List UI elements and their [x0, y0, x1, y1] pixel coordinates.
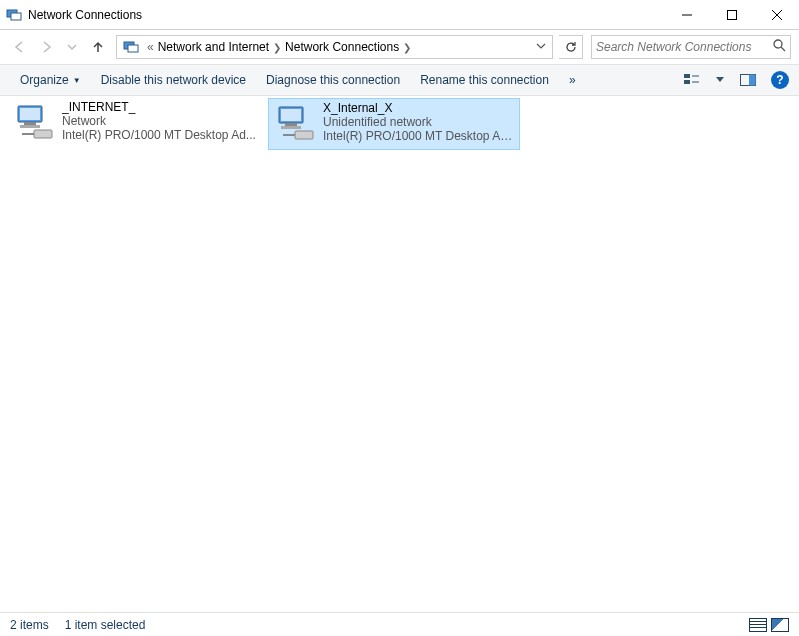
window-icon: [6, 7, 22, 23]
search-box[interactable]: [591, 35, 791, 59]
window-title: Network Connections: [28, 8, 664, 22]
svg-rect-10: [684, 74, 690, 78]
svg-rect-17: [20, 108, 40, 120]
disable-device-button[interactable]: Disable this network device: [91, 69, 256, 91]
view-controls: ?: [681, 69, 789, 91]
address-bar[interactable]: « Network and Internet ❯ Network Connect…: [116, 35, 553, 59]
minimize-button[interactable]: [664, 0, 709, 30]
connection-status: Unidentified network: [323, 115, 515, 129]
item-count: 2 items: [10, 618, 49, 632]
diagnose-connection-button[interactable]: Diagnose this connection: [256, 69, 410, 91]
selection-count: 1 item selected: [65, 618, 146, 632]
rename-connection-button[interactable]: Rename this connection: [410, 69, 559, 91]
large-icons-view-button[interactable]: [771, 618, 789, 632]
chevron-down-icon: ▼: [73, 76, 81, 85]
network-adapter-icon: [273, 101, 319, 147]
connection-name: X_Internal_X: [323, 101, 515, 115]
svg-rect-15: [749, 75, 756, 86]
navigation-bar: « Network and Internet ❯ Network Connect…: [0, 30, 799, 64]
breadcrumb-prefix: «: [147, 40, 154, 54]
connection-name: _INTERNET_: [62, 100, 256, 114]
svg-rect-20: [34, 130, 52, 138]
view-options-button[interactable]: [681, 69, 703, 91]
breadcrumb-item[interactable]: Network and Internet: [158, 40, 269, 54]
titlebar: Network Connections: [0, 0, 799, 30]
svg-rect-19: [20, 125, 40, 128]
refresh-button[interactable]: [559, 35, 583, 59]
svg-rect-18: [24, 122, 36, 125]
search-icon[interactable]: [773, 39, 786, 55]
command-bar: Organize ▼ Disable this network device D…: [0, 64, 799, 96]
recent-locations-button[interactable]: [60, 35, 84, 59]
svg-rect-24: [285, 123, 297, 126]
maximize-button[interactable]: [709, 0, 754, 30]
svg-rect-7: [128, 45, 138, 52]
location-icon: [123, 39, 139, 55]
details-view-button[interactable]: [749, 618, 767, 632]
svg-rect-25: [281, 126, 301, 129]
connection-text: X_Internal_X Unidentified network Intel(…: [323, 101, 515, 143]
window-controls: [664, 0, 799, 29]
svg-rect-1: [11, 13, 21, 20]
svg-rect-23: [281, 109, 301, 121]
breadcrumb-item[interactable]: Network Connections: [285, 40, 399, 54]
connection-adapter: Intel(R) PRO/1000 MT Desktop Ad...: [62, 128, 256, 142]
svg-point-8: [774, 40, 782, 48]
close-button[interactable]: [754, 0, 799, 30]
connection-text: _INTERNET_ Network Intel(R) PRO/1000 MT …: [62, 100, 256, 142]
status-bar: 2 items 1 item selected: [0, 612, 799, 636]
chevron-right-icon[interactable]: ❯: [273, 42, 281, 53]
connection-adapter: Intel(R) PRO/1000 MT Desktop Ad...: [323, 129, 515, 143]
breadcrumb: « Network and Internet ❯ Network Connect…: [143, 40, 532, 54]
forward-button[interactable]: [34, 35, 58, 59]
organize-label: Organize: [20, 73, 69, 87]
network-adapter-icon: [12, 100, 58, 146]
connection-item[interactable]: _INTERNET_ Network Intel(R) PRO/1000 MT …: [8, 98, 260, 150]
view-dropdown-button[interactable]: [709, 69, 731, 91]
svg-rect-3: [727, 11, 736, 20]
address-dropdown-button[interactable]: [532, 40, 550, 54]
connection-status: Network: [62, 114, 256, 128]
organize-button[interactable]: Organize ▼: [10, 69, 91, 91]
svg-line-9: [781, 47, 785, 51]
preview-pane-button[interactable]: [737, 69, 759, 91]
search-input[interactable]: [596, 40, 773, 54]
connection-item[interactable]: X_Internal_X Unidentified network Intel(…: [268, 98, 520, 150]
svg-rect-11: [684, 80, 690, 84]
up-button[interactable]: [86, 35, 110, 59]
more-commands-button[interactable]: »: [559, 69, 586, 91]
back-button[interactable]: [8, 35, 32, 59]
content-area[interactable]: _INTERNET_ Network Intel(R) PRO/1000 MT …: [0, 96, 799, 612]
view-mode-icons: [749, 618, 789, 632]
svg-rect-26: [295, 131, 313, 139]
chevron-right-icon[interactable]: ❯: [403, 42, 411, 53]
help-button[interactable]: ?: [771, 71, 789, 89]
